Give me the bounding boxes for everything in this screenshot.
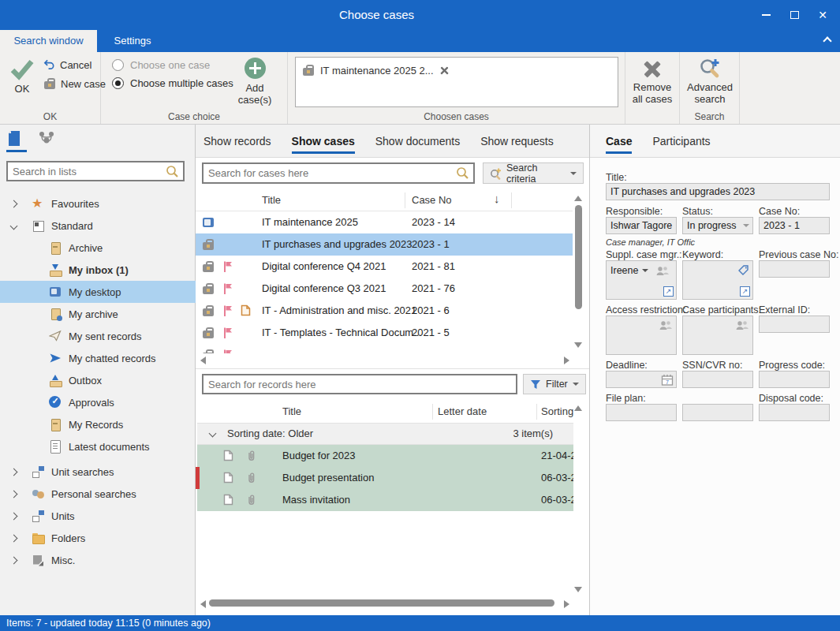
scrollbar-thumb[interactable] bbox=[575, 205, 582, 309]
column-header-sorting-date[interactable]: Sorting date bbox=[541, 405, 573, 417]
chevron-right-icon[interactable] bbox=[10, 534, 18, 542]
column-header-title[interactable]: Title bbox=[262, 194, 281, 206]
tab-show-documents[interactable]: Show documents bbox=[375, 125, 460, 157]
tab-search-window[interactable]: Search window bbox=[0, 30, 97, 52]
chosen-cases-box[interactable]: IT maintenance 2025 2... bbox=[295, 57, 618, 107]
record-row[interactable]: Budget for 2023 21-04-20 bbox=[197, 445, 573, 467]
chevron-down-icon[interactable] bbox=[10, 222, 18, 230]
expand-icon[interactable]: ↗ bbox=[663, 286, 674, 297]
sidebar-item-my-archive[interactable]: My archive bbox=[0, 303, 196, 325]
sidebar-item-my-desktop[interactable]: My desktop bbox=[0, 281, 196, 303]
case-participants-field[interactable] bbox=[682, 316, 753, 355]
case-no-field[interactable]: 2023 - 1 bbox=[759, 217, 830, 234]
chevron-right-icon[interactable] bbox=[10, 200, 18, 207]
scroll-left-button[interactable] bbox=[200, 600, 206, 608]
external-id-field[interactable] bbox=[759, 316, 830, 333]
scroll-right-button[interactable] bbox=[564, 357, 569, 364]
sidebar-item-favourites[interactable]: Favourites bbox=[0, 192, 196, 215]
cancel-button[interactable]: Cancel bbox=[43, 59, 91, 71]
sidebar-search-input[interactable] bbox=[8, 166, 166, 177]
collapse-ribbon-icon[interactable] bbox=[823, 36, 831, 45]
record-group-header[interactable]: Sorting date: Older 3 item(s) bbox=[197, 423, 573, 445]
scroll-left-button[interactable] bbox=[200, 357, 206, 364]
remove-chip-icon[interactable] bbox=[440, 66, 448, 74]
tab-settings[interactable]: Settings bbox=[97, 30, 168, 52]
scroll-right-button[interactable] bbox=[564, 600, 569, 608]
tab-show-cases[interactable]: Show cases bbox=[292, 125, 355, 157]
expand-icon[interactable]: ↗ bbox=[740, 286, 750, 297]
sidebar-item-archive[interactable]: Archive bbox=[0, 237, 196, 259]
access-restriction-field[interactable] bbox=[606, 316, 677, 355]
suppl-case-mgr-chip[interactable]: Ireene bbox=[610, 265, 648, 276]
advanced-search-button[interactable]: Advanced search bbox=[683, 58, 737, 105]
sidebar-item-approvals[interactable]: Approvals bbox=[0, 391, 196, 413]
radio-choose-one-case[interactable]: Choose one case bbox=[112, 59, 210, 71]
filter-button[interactable]: Filter bbox=[523, 374, 586, 394]
sidebar-item-latest-documents[interactable]: Latest documents bbox=[0, 435, 196, 457]
dropdown-arrow-icon[interactable] bbox=[743, 224, 749, 227]
tab-case[interactable]: Case bbox=[606, 125, 632, 157]
sidebar-item-my-records[interactable]: My Records bbox=[0, 413, 196, 435]
record-row[interactable]: Budget presentation 06-03-20 bbox=[197, 467, 573, 489]
case-row[interactable]: IT - Templates - Technical Docum... 2021… bbox=[196, 322, 573, 344]
sidebar-item-my-chatted-records[interactable]: My chatted records bbox=[0, 347, 196, 369]
case-row[interactable]: IT maintenance 2025 2023 - 14 bbox=[196, 211, 573, 233]
chevron-right-icon[interactable] bbox=[10, 556, 18, 564]
sidebar-item-my-sent-records[interactable]: My sent records bbox=[0, 325, 196, 347]
chevron-right-icon[interactable] bbox=[10, 512, 18, 520]
column-header-letter-date[interactable]: Letter date bbox=[438, 405, 487, 417]
chevron-down-icon[interactable] bbox=[209, 430, 217, 438]
sidebar-item-misc[interactable]: Misc. bbox=[0, 549, 196, 571]
case-row-selected[interactable]: IT purchases and upgrades 2023 2023 - 1 bbox=[196, 233, 573, 256]
ssn-cvr-field[interactable] bbox=[682, 371, 753, 388]
tab-show-records[interactable]: Show records bbox=[203, 125, 271, 157]
column-header-title[interactable]: Title bbox=[282, 405, 301, 417]
add-cases-button[interactable]: Add case(s) bbox=[232, 58, 278, 106]
scroll-up-button[interactable] bbox=[574, 196, 582, 201]
disposal-code-field[interactable] bbox=[759, 404, 830, 421]
tab-show-requests[interactable]: Show requests bbox=[480, 125, 554, 157]
sidebar-item-personal-searches[interactable]: Personal searches bbox=[0, 483, 196, 505]
previous-case-no-field[interactable] bbox=[759, 260, 830, 278]
search-criteria-button[interactable]: Search criteria bbox=[483, 162, 584, 184]
remove-all-cases-button[interactable]: Remove all cases bbox=[627, 59, 678, 105]
radio-choose-multiple-cases[interactable]: Choose multiple cases bbox=[112, 77, 233, 89]
sidebar-item-outbox[interactable]: Outbox bbox=[0, 369, 196, 391]
case-row-partial[interactable] bbox=[196, 344, 573, 353]
sidebar-item-unit-searches[interactable]: Unit searches bbox=[0, 461, 196, 483]
chosen-case-chip[interactable]: IT maintenance 2025 2... bbox=[302, 64, 450, 77]
case-row[interactable]: Digital conference Q4 2021 2021 - 81 bbox=[196, 256, 573, 278]
keyword-field[interactable]: ↗ bbox=[682, 260, 753, 300]
sidebar-item-my-inbox[interactable]: My inbox (1) bbox=[0, 259, 196, 281]
scrollbar-thumb[interactable] bbox=[209, 599, 554, 607]
sidebar-item-units[interactable]: Units bbox=[0, 505, 196, 527]
unlabeled-field[interactable] bbox=[682, 404, 753, 421]
sidebar-tab-lists[interactable] bbox=[8, 130, 22, 150]
case-search-input[interactable] bbox=[203, 167, 456, 179]
sidebar-tab-units[interactable] bbox=[38, 131, 55, 149]
chevron-right-icon[interactable] bbox=[10, 490, 18, 498]
scroll-down-button[interactable] bbox=[574, 587, 582, 592]
file-plan-field[interactable] bbox=[606, 404, 677, 421]
sort-descending-icon[interactable]: ↓ bbox=[494, 192, 500, 205]
record-search-input[interactable] bbox=[203, 379, 516, 390]
calendar-icon[interactable]: 7 bbox=[661, 374, 674, 388]
dropdown-arrow-icon[interactable] bbox=[642, 269, 648, 272]
new-case-button[interactable]: New case bbox=[43, 77, 106, 90]
progress-code-field[interactable] bbox=[759, 371, 830, 388]
close-button[interactable]: ✕ bbox=[810, 5, 835, 25]
column-header-case-no[interactable]: Case No bbox=[412, 194, 452, 206]
sidebar-item-folders[interactable]: Folders bbox=[0, 527, 196, 549]
scroll-down-button[interactable] bbox=[574, 342, 582, 348]
case-row[interactable]: Digital conference Q3 2021 2021 - 76 bbox=[196, 278, 573, 300]
suppl-case-mgr-field[interactable]: Ireene ↗ bbox=[606, 260, 677, 300]
case-row[interactable]: IT - Administration and misc. 2021 2021 … bbox=[196, 300, 573, 322]
record-row[interactable]: Mass invitation 06-03-20 bbox=[197, 489, 573, 511]
tab-participants[interactable]: Participants bbox=[652, 125, 710, 157]
ok-button[interactable]: OK bbox=[5, 58, 39, 95]
scroll-up-button[interactable] bbox=[574, 405, 582, 411]
sidebar-item-standard[interactable]: Standard bbox=[0, 215, 196, 237]
title-field[interactable]: IT purchases and upgrades 2023 bbox=[606, 183, 830, 200]
deadline-field[interactable]: 7 bbox=[606, 371, 677, 388]
minimize-button[interactable] bbox=[753, 5, 778, 25]
